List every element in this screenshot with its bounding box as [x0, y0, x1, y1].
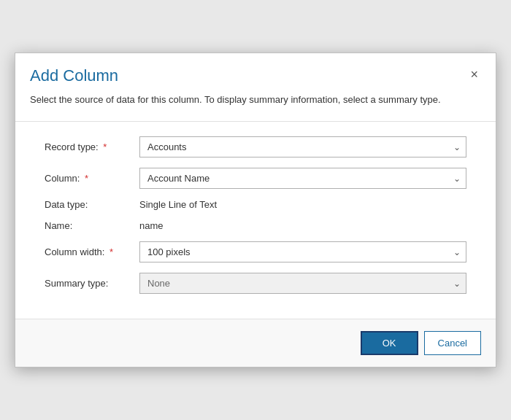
- data-type-value: Single Line of Text: [139, 199, 217, 210]
- column-row: Column: * Account Name ⌄: [45, 168, 466, 189]
- dialog-body: Record type: * Accounts ⌄ Column: *: [15, 136, 496, 319]
- summary-type-select[interactable]: None: [139, 273, 466, 294]
- add-column-dialog: Add Column × Select the source of data f…: [15, 52, 496, 368]
- record-type-select-wrapper: Accounts ⌄: [139, 136, 466, 158]
- summary-type-label: Summary type:: [45, 278, 139, 289]
- column-width-select[interactable]: 100 pixels: [139, 241, 466, 262]
- column-width-required-asterisk: *: [110, 246, 113, 257]
- record-type-label: Record type: *: [45, 141, 139, 152]
- column-width-row: Column width: * 100 pixels ⌄: [45, 241, 466, 262]
- name-value: name: [139, 220, 164, 231]
- column-width-label: Column width: *: [45, 246, 139, 257]
- column-select-wrapper: Account Name ⌄: [139, 168, 466, 189]
- cancel-button[interactable]: Cancel: [424, 331, 481, 355]
- column-required-asterisk: *: [85, 173, 88, 184]
- dialog-backdrop: Add Column × Select the source of data f…: [0, 0, 511, 420]
- required-asterisk: *: [103, 141, 107, 152]
- data-type-label: Data type:: [45, 199, 139, 210]
- summary-type-row: Summary type: None ⌄: [45, 273, 466, 294]
- column-label: Column: *: [45, 173, 139, 184]
- summary-type-select-wrapper: None ⌄: [139, 273, 466, 294]
- column-select[interactable]: Account Name: [139, 168, 466, 189]
- data-type-row: Data type: Single Line of Text: [45, 199, 466, 210]
- column-width-select-wrapper: 100 pixels ⌄: [139, 241, 466, 262]
- ok-button[interactable]: OK: [361, 331, 418, 355]
- record-type-select[interactable]: Accounts: [139, 136, 466, 158]
- divider: [15, 121, 496, 122]
- name-row: Name: name: [45, 220, 466, 231]
- dialog-description: Select the source of data for this colum…: [15, 85, 496, 122]
- record-type-row: Record type: * Accounts ⌄: [45, 136, 466, 158]
- dialog-header: Add Column ×: [15, 53, 496, 85]
- dialog-title: Add Column: [30, 66, 118, 85]
- dialog-footer: OK Cancel: [15, 319, 496, 367]
- close-button[interactable]: ×: [467, 68, 481, 81]
- name-label: Name:: [45, 220, 139, 231]
